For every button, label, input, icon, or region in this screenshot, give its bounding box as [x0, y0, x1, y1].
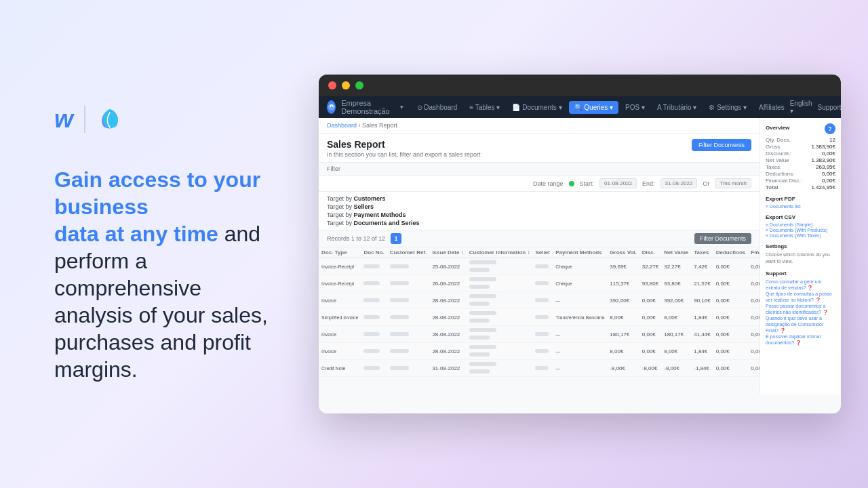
- cell-issue-date: 31-08-2022: [429, 360, 466, 377]
- table-row: Credit Note 31-08-2022 — -8,00€ -8,00€ -…: [319, 360, 760, 377]
- cell-customer-info: [467, 309, 533, 326]
- nav-item-tables[interactable]: ≡ Tables ▾: [464, 101, 505, 114]
- cell-deductions: 0,00€: [713, 343, 749, 360]
- qty-docs-val: 12: [829, 137, 835, 143]
- minimize-dot[interactable]: [342, 81, 350, 89]
- cell-fin-disc: 0,00€: [748, 326, 760, 343]
- nav-item-dashboard[interactable]: ⊙ Dashboard: [412, 101, 463, 114]
- cell-issue-date: 28-08-2022: [429, 309, 466, 326]
- app-content: Dashboard › Sales Report Sales Report In…: [319, 118, 841, 394]
- export-pdf-link[interactable]: » Documents list: [766, 204, 835, 209]
- export-csv-products[interactable]: » Documents (With Products): [766, 228, 835, 232]
- date-range-indicator: [569, 181, 574, 186]
- filter-bar: Filter: [319, 163, 760, 176]
- cell-gross: 8,00€: [607, 309, 639, 326]
- sales-table: Doc. Type Doc No. Customer Ref. Issue Da…: [319, 247, 760, 377]
- cell-customer-info: [467, 360, 533, 377]
- cell-seller: [532, 275, 553, 292]
- cell-seller: [532, 360, 553, 377]
- period-select[interactable]: This month: [715, 178, 751, 188]
- target-row-payment-methods: Target by Payment Methods: [327, 211, 751, 219]
- overview-info-button[interactable]: ?: [825, 123, 835, 134]
- nav-item-documents[interactable]: 📄 Documents ▾: [507, 101, 567, 114]
- export-csv-taxes[interactable]: » Documents (With Taxes): [766, 233, 835, 238]
- nav-item-pos[interactable]: POS ▾: [620, 101, 650, 114]
- cell-customer-info: [467, 343, 533, 360]
- nav-brand[interactable]: Empresa Demonstração ▾: [327, 99, 403, 115]
- cell-doc-type: Simplified Invoice: [319, 309, 361, 326]
- nav-item-affiliates[interactable]: Affiliates: [753, 101, 790, 114]
- report-subtitle: In this section you can list, filter and…: [327, 151, 481, 158]
- qty-docs-row: Qty. Docs. 12: [766, 137, 835, 143]
- deductions-row: Deductions: 0,00€: [766, 171, 835, 177]
- table-row: Invoice 28-08-2022 — 392,00€ 0,00€ 392,0…: [319, 292, 760, 309]
- cell-disc: -8,00€: [639, 360, 661, 377]
- cell-payment: Cheque: [553, 275, 607, 292]
- support-link-5[interactable]: É possível duplicar /clonar documentos? …: [766, 334, 821, 345]
- col-issue-date: Issue Date ↕: [429, 247, 466, 258]
- headline-data-time: data at any time: [54, 222, 218, 246]
- records-label: Records 1 to 12 of 12: [327, 235, 385, 242]
- brand-logo-icon: [328, 103, 336, 111]
- cell-gross: 180,17€: [607, 326, 639, 343]
- cell-doc-type: Invoice-Receipt: [319, 275, 361, 292]
- nav-language[interactable]: English ▾: [790, 100, 812, 115]
- page-button[interactable]: 1: [391, 233, 401, 244]
- cell-fin-disc: 0,00€: [748, 275, 760, 292]
- report-header-left: Sales Report In this section you can lis…: [327, 139, 481, 158]
- col-financial-disc: Financial Disc.: [748, 247, 760, 258]
- cell-seller: [532, 343, 553, 360]
- cell-fin-disc: 0,00€: [748, 258, 760, 275]
- support-link-1[interactable]: Como consultar a gerir um extrato de ven…: [766, 279, 821, 290]
- breadcrumb-dashboard[interactable]: Dashboard: [327, 122, 357, 129]
- cell-deductions: 0,00€: [713, 360, 749, 377]
- nav-item-tributario[interactable]: A Tributário ▾: [652, 101, 702, 114]
- end-date-input[interactable]: 31-08-2022: [660, 178, 698, 188]
- cell-net: 8,00€: [661, 309, 691, 326]
- cell-issue-date: 25-08-2022: [429, 258, 466, 275]
- cell-customer-ref: [387, 258, 430, 275]
- start-label: Start:: [580, 180, 595, 187]
- end-label: End:: [642, 180, 655, 187]
- report-title: Sales Report: [327, 139, 481, 150]
- target-row-customers: Target by Customers: [327, 195, 751, 203]
- cell-deductions: 0,00€: [713, 326, 749, 343]
- col-taxes: Taxes: [691, 247, 713, 258]
- cell-net: 32,27€: [661, 258, 691, 275]
- support-link-4[interactable]: Quando é que devo usar a designação de C…: [766, 316, 823, 333]
- cell-customer-ref: [387, 343, 430, 360]
- support-link-2[interactable]: Que tipos de consultas a posso ver reali…: [766, 291, 832, 302]
- target-row-documents: Target by Documents and Series: [327, 219, 751, 227]
- support-title: Support: [766, 270, 835, 277]
- nav-item-queries[interactable]: 🔍 Queries ▾: [569, 101, 619, 114]
- filter-docs-btn[interactable]: Filter Documents: [694, 233, 751, 244]
- close-dot[interactable]: [328, 81, 336, 89]
- nav-item-settings[interactable]: ⚙ Settings ▾: [703, 101, 752, 114]
- cell-taxes: -1,84€: [691, 360, 713, 377]
- filter-documents-button[interactable]: Filter Documents: [692, 139, 751, 151]
- cell-doc-no: [361, 292, 387, 309]
- cell-doc-type: Invoice: [319, 343, 361, 360]
- logo-row: w: [54, 105, 278, 134]
- cell-taxes: 21,57€: [691, 275, 713, 292]
- cell-gross: 392,00€: [607, 292, 639, 309]
- cell-deductions: 0,00€: [713, 258, 749, 275]
- export-csv-simple[interactable]: » Documents (Simple): [766, 222, 835, 227]
- cell-customer-ref: [387, 292, 430, 309]
- support-link-3[interactable]: Posso passar documentos a clientes não i…: [766, 304, 829, 314]
- net-value-val: 1.383,90€: [811, 157, 835, 163]
- nav-support[interactable]: Support: [818, 104, 842, 111]
- maximize-dot[interactable]: [355, 81, 363, 89]
- cell-gross: 8,00€: [607, 343, 639, 360]
- gross-val: 1.383,90€: [811, 144, 835, 150]
- table-row: Invoice-Receipt 25-08-2022 Cheque 39,69€…: [319, 258, 760, 275]
- cell-fin-disc: 0,00€: [748, 309, 760, 326]
- cell-deductions: 0,00€: [713, 275, 749, 292]
- cell-customer-info: [467, 292, 533, 309]
- browser-chrome: [319, 75, 841, 96]
- nav-right: English ▾ Support 🔔 👤: [790, 100, 841, 115]
- start-date-input[interactable]: 01-08-2022: [599, 178, 637, 188]
- settings-text: Choose which columns do you want to view…: [766, 251, 835, 265]
- cell-disc: 0,00€: [639, 292, 661, 309]
- gross-row: Gross 1.383,90€: [766, 144, 835, 150]
